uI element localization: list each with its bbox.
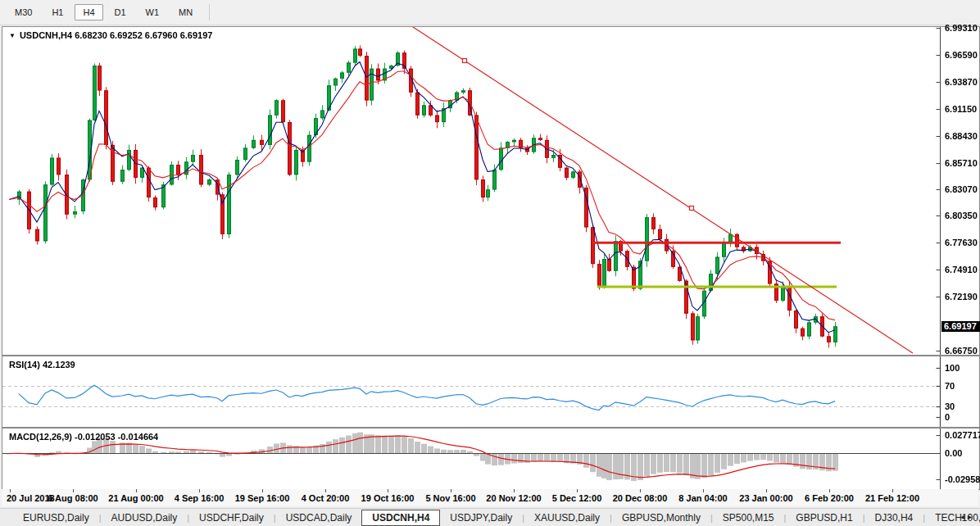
tab-usdchf-daily[interactable]: USDCHF,Daily (189, 510, 274, 526)
time-axis-tick (514, 489, 515, 492)
time-axis-tick (577, 489, 578, 492)
price-chart-pane[interactable]: ▼USDCNH,H4 6.68230 6.69252 6.67960 6.691… (2, 26, 980, 356)
chart-tab-bar: EURUSD,Daily|AUDUSD,Daily|USDCHF,Daily|U… (0, 508, 980, 526)
macd-axis-label: -0.029582 (945, 474, 980, 484)
price-axis-label: 6.88430 (945, 131, 978, 141)
time-axis-label: 5 Dec 12:00 (552, 493, 602, 503)
macd-indicator-pane[interactable]: MACD(12,26,9) -0.012053 -0.014664 0.0277… (2, 428, 980, 490)
rsi-axis-label: 70 (945, 381, 955, 391)
tab-scroll-arrows[interactable]: ◂▸ (960, 512, 975, 521)
time-axis-tick (136, 489, 137, 492)
price-axis-label: 6.93870 (945, 77, 978, 87)
current-price-badge: 6.69197 (941, 321, 980, 332)
tab-eurusd-daily[interactable]: EURUSD,Daily (13, 510, 99, 526)
price-chart-canvas[interactable] (2, 27, 979, 355)
time-axis-label: 5 Nov 16:00 (425, 493, 475, 503)
tab-audusd-daily[interactable]: AUDUSD,Daily (102, 510, 188, 526)
chart-ohlc-values: 6.68230 6.69252 6.67960 6.69197 (75, 30, 212, 40)
price-axis-label: 6.99310 (945, 23, 978, 33)
price-axis-label: 6.77630 (945, 238, 978, 247)
time-axis-tick (262, 489, 263, 492)
time-axis-tick (451, 489, 451, 492)
time-axis-tick (10, 489, 11, 492)
tab-gbpusd-monthly[interactable]: GBPUSD,Monthly (612, 510, 710, 526)
time-axis-tick (640, 489, 641, 492)
time-axis-tick (829, 489, 830, 492)
rsi-canvas[interactable] (2, 356, 979, 427)
time-axis-tick (766, 489, 767, 492)
time-axis-tick (703, 489, 704, 492)
tab-usdcnh-h4[interactable]: USDCNH,H4 (361, 510, 440, 526)
rsi-indicator-pane[interactable]: RSI(14) 42.1239 10070300 (2, 356, 980, 428)
timeframe-toolbar: M30H1H4D1W1MN (0, 0, 980, 25)
price-axis-label: 6.74910 (945, 265, 978, 274)
price-axis-label: 6.72190 (945, 292, 978, 302)
timeframe-button-group: M30H1H4D1W1MN (5, 4, 202, 20)
time-axis-label: 19 Oct 16:00 (361, 493, 415, 503)
tab-gbpusd-h1[interactable]: GBPUSD,H1 (786, 510, 862, 526)
tab-dj30-h4[interactable]: DJ30,H4 (865, 510, 923, 526)
time-axis[interactable]: 20 Jul 20186 Aug 08:0021 Aug 00:004 Sep … (2, 489, 978, 506)
time-axis-label: 6 Aug 08:00 (48, 493, 98, 503)
time-axis-label: 23 Jan 00:00 (739, 493, 792, 503)
time-axis-tick (388, 489, 388, 492)
time-axis-tick (325, 489, 326, 492)
tab-xauusd-daily[interactable]: XAUUSD,Daily (524, 510, 610, 526)
time-axis-label: 21 Aug 00:00 (108, 493, 163, 503)
time-axis-label: 21 Feb 12:00 (865, 493, 919, 503)
tab-scroll-right-icon[interactable]: ▸ (968, 512, 975, 521)
timeframe-button-h4[interactable]: H4 (75, 4, 102, 20)
price-axis-label: 6.66750 (945, 346, 978, 356)
rsi-axis-label: 30 (945, 401, 955, 411)
chart-tabs: EURUSD,Daily|AUDUSD,Daily|USDCHF,Daily|U… (13, 510, 980, 526)
macd-header: MACD(12,26,9) -0.012053 -0.014664 (9, 432, 158, 442)
time-axis-tick (199, 489, 200, 492)
rsi-value: 42.1239 (43, 360, 75, 370)
time-axis-label: 19 Sep 16:00 (235, 493, 290, 503)
time-axis-tick (73, 489, 74, 492)
time-axis-label: 4 Oct 20:00 (302, 493, 350, 503)
rsi-header: RSI(14) 42.1239 (9, 360, 75, 370)
price-axis-label: 6.91150 (945, 104, 977, 114)
time-axis-label: 6 Feb 20:00 (805, 493, 854, 503)
macd-axis-label: 0.00 (945, 448, 962, 458)
rsi-label: RSI(14) (9, 360, 40, 370)
toolbar-separator (209, 4, 210, 20)
collapse-icon: ▼ (9, 32, 16, 39)
macd-axis-label: 0.027717 (945, 430, 980, 440)
tab-usdjpy-daily[interactable]: USDJPY,Daily (440, 510, 522, 526)
rsi-axis-label: 100 (945, 363, 960, 373)
tab-sp500-m15[interactable]: SP500,M15 (713, 510, 784, 526)
tab-usdcad-daily[interactable]: USDCAD,Daily (276, 510, 362, 526)
chart-symbol-header: ▼USDCNH,H4 6.68230 6.69252 6.67960 6.691… (9, 30, 212, 40)
time-axis-label: 20 Dec 08:00 (613, 493, 668, 503)
time-axis-label: 20 Nov 12:00 (486, 493, 541, 503)
price-axis-label: 6.96590 (945, 50, 978, 60)
timeframe-button-w1[interactable]: W1 (138, 4, 168, 20)
timeframe-button-d1[interactable]: D1 (107, 4, 134, 20)
timeframe-button-h1[interactable]: H1 (43, 4, 71, 20)
timeframe-button-mn[interactable]: MN (170, 4, 201, 20)
price-axis-label: 6.85710 (945, 158, 978, 168)
macd-label: MACD(12,26,9) (9, 432, 72, 442)
chart-symbol-label: USDCNH,H4 (20, 30, 72, 40)
price-axis-label: 6.80350 (945, 211, 978, 220)
timeframe-button-m30[interactable]: M30 (7, 4, 40, 20)
rsi-axis-label: 0 (945, 412, 950, 422)
price-axis-label: 6.83070 (945, 184, 978, 194)
time-axis-tick (892, 489, 893, 492)
time-axis-label: 8 Jan 04:00 (678, 493, 727, 503)
trading-terminal-window: M30H1H4D1W1MN ▼USDCNH,H4 6.68230 6.69252… (0, 0, 980, 526)
tab-scroll-left-icon[interactable]: ◂ (960, 512, 968, 521)
macd-values: -0.012053 -0.014664 (75, 432, 158, 442)
time-axis-label: 4 Sep 16:00 (175, 493, 225, 503)
